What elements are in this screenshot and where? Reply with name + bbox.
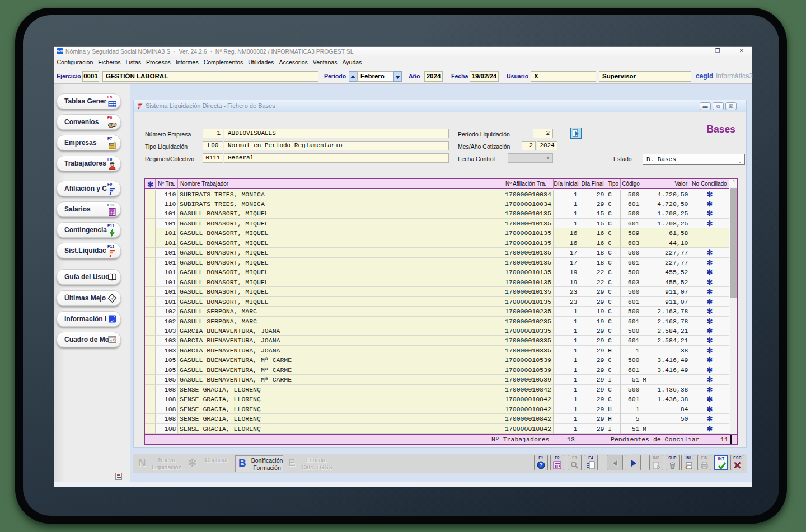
svg-text:?: ? bbox=[539, 462, 542, 468]
